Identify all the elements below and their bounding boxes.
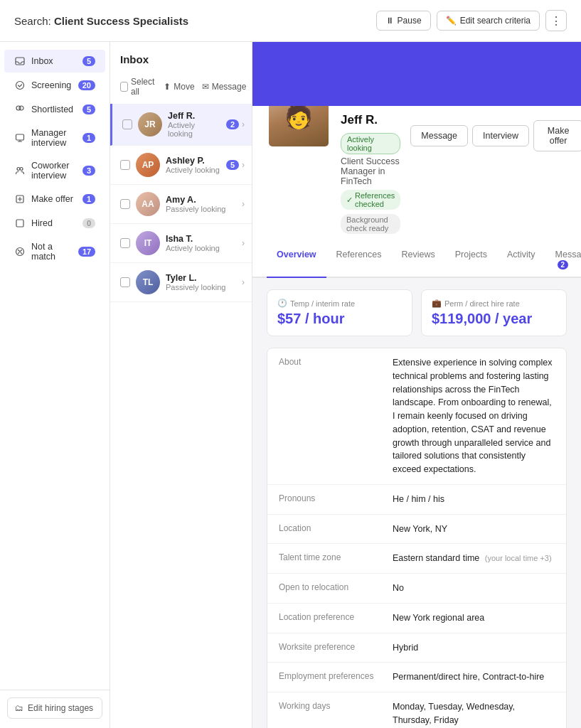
more-options-button[interactable]: ⋮ bbox=[545, 10, 567, 31]
svg-point-5 bbox=[17, 168, 20, 171]
app-header: Search: Client Success Specialists ⏸ Pau… bbox=[0, 0, 581, 42]
nav-item-coworker-interview[interactable]: Coworker interview 3 bbox=[4, 155, 105, 186]
nav-item-screening[interactable]: Screening 20 bbox=[4, 74, 105, 97]
avatar: JR bbox=[138, 112, 162, 136]
tab-references[interactable]: References bbox=[326, 242, 392, 278]
inbox-panel: Inbox Select all ⬆ Move ✉ Message JR Jef… bbox=[110, 42, 252, 728]
svg-point-1 bbox=[16, 82, 24, 90]
inbox-checkbox[interactable] bbox=[120, 199, 130, 209]
message-toolbar-button[interactable]: ✉ Message bbox=[202, 82, 247, 92]
inbox-meta: 5 › bbox=[226, 160, 245, 170]
profile-area: 🧑 Jeff R. Actively looking Client Succes… bbox=[252, 106, 581, 242]
coworker-icon bbox=[14, 165, 26, 176]
select-all-checkbox[interactable] bbox=[120, 82, 128, 92]
svg-point-3 bbox=[19, 106, 23, 110]
chevron-right-icon: › bbox=[242, 119, 245, 129]
perm-rate-card: 💼 Perm / direct hire rate $119,000 / yea… bbox=[421, 289, 567, 336]
inbox-list: JR Jeff R. Actively looking 2 › AP Ashle… bbox=[110, 104, 252, 302]
field-location-pref: Location preference New York regional ar… bbox=[267, 604, 566, 633]
offer-icon bbox=[14, 193, 26, 205]
pause-icon: ⏸ bbox=[385, 16, 394, 26]
checkmark-icon: ✓ bbox=[346, 196, 353, 205]
profile-tags: ✓ References checked Background check re… bbox=[341, 190, 400, 234]
screening-icon bbox=[14, 80, 26, 91]
chevron-right-icon: › bbox=[242, 160, 245, 170]
temp-rate-label: 🕐 Temp / interim rate bbox=[277, 299, 402, 308]
edit-hiring-stages-button[interactable]: 🗂 Edit hiring stages bbox=[7, 697, 102, 719]
page-title: Search: Client Success Specialists bbox=[14, 15, 188, 27]
chevron-right-icon: › bbox=[242, 277, 245, 287]
inbox-meta: 2 › bbox=[226, 119, 245, 129]
field-worksite-pref: Worksite preference Hybrid bbox=[267, 633, 566, 663]
field-about: About Extensive experience in solving co… bbox=[267, 348, 566, 485]
inbox-list-item[interactable]: AP Ashley P. Actively looking 5 › bbox=[110, 146, 252, 185]
profile-name-row: Jeff R. Actively looking bbox=[341, 113, 400, 154]
move-button[interactable]: ⬆ Move bbox=[164, 82, 194, 92]
chevron-right-icon: › bbox=[242, 199, 245, 209]
shortlist-icon bbox=[14, 104, 26, 115]
nav-item-make-offer[interactable]: Make offer 1 bbox=[4, 188, 105, 210]
interview-button[interactable]: Interview bbox=[472, 125, 529, 146]
not-a-match-icon bbox=[14, 246, 26, 257]
tab-reviews[interactable]: Reviews bbox=[392, 242, 445, 278]
inbox-list-item[interactable]: TL Tyler L. Passively looking › bbox=[110, 263, 252, 302]
message-button[interactable]: Message bbox=[410, 125, 468, 146]
temp-rate-value: $57 / hour bbox=[277, 311, 402, 327]
left-nav: Inbox 5 Screening 20 Shortlisted 5 bbox=[0, 42, 110, 728]
pause-button[interactable]: ⏸ Pause bbox=[376, 11, 431, 31]
inbox-candidate-info: Jeff R. Actively looking bbox=[168, 111, 220, 138]
inbox-panel-title: Inbox bbox=[110, 42, 252, 73]
profile-fields: About Extensive experience in solving co… bbox=[267, 348, 567, 728]
message-icon: ✉ bbox=[202, 82, 209, 92]
inbox-list-item[interactable]: AA Amy A. Passively looking › bbox=[110, 185, 252, 224]
nav-footer: 🗂 Edit hiring stages bbox=[0, 690, 110, 726]
inbox-meta: › bbox=[242, 199, 245, 209]
nav-item-shortlisted[interactable]: Shortlisted 5 bbox=[4, 98, 105, 121]
nav-item-manager-interview[interactable]: Manager interview 1 bbox=[4, 122, 105, 154]
inbox-candidate-info: Tyler L. Passively looking bbox=[166, 273, 236, 291]
field-employment-pref: Employment preferences Permanent/direct … bbox=[267, 663, 566, 692]
perm-rate-value: $119,000 / year bbox=[432, 311, 556, 327]
inbox-list-item[interactable]: JR Jeff R. Actively looking 2 › bbox=[110, 104, 252, 146]
tab-activity[interactable]: Activity bbox=[497, 242, 545, 278]
nav-item-hired[interactable]: Hired 0 bbox=[4, 212, 105, 235]
rate-cards: 🕐 Temp / interim rate $57 / hour 💼 Perm … bbox=[267, 289, 567, 336]
svg-rect-8 bbox=[16, 220, 23, 227]
avatar: AA bbox=[136, 192, 160, 216]
tab-projects[interactable]: Projects bbox=[445, 242, 497, 278]
hired-icon bbox=[14, 218, 26, 229]
detail-content: 🕐 Temp / interim rate $57 / hour 💼 Perm … bbox=[252, 278, 581, 728]
inbox-checkbox[interactable] bbox=[120, 277, 130, 287]
edit-search-button[interactable]: ✏️ Edit search criteria bbox=[437, 11, 540, 31]
inbox-icon bbox=[14, 55, 26, 67]
nav-item-inbox[interactable]: Inbox 5 bbox=[4, 50, 105, 73]
ellipsis-icon: ⋮ bbox=[550, 14, 562, 28]
field-working-days: Working days Monday, Tuesday, Wednesday,… bbox=[267, 692, 566, 728]
header-actions: ⏸ Pause ✏️ Edit search criteria ⋮ bbox=[376, 10, 567, 31]
inbox-candidate-info: Isha T. Actively looking bbox=[166, 234, 236, 252]
make-offer-button[interactable]: Make offer bbox=[533, 120, 581, 151]
profile-top: 🧑 Jeff R. Actively looking Client Succes… bbox=[267, 106, 567, 242]
edit-icon: ✏️ bbox=[446, 16, 457, 26]
detail-tabs: Overview References Reviews Projects Act… bbox=[252, 242, 581, 278]
tab-overview[interactable]: Overview bbox=[267, 242, 326, 278]
edit-stages-icon: 🗂 bbox=[15, 703, 23, 713]
tab-messages[interactable]: Messages 2 bbox=[545, 242, 581, 278]
inbox-meta: › bbox=[242, 238, 245, 248]
inbox-checkbox[interactable] bbox=[122, 119, 132, 129]
select-all-control[interactable]: Select all bbox=[120, 77, 156, 97]
nav-item-not-a-match[interactable]: Not a match 17 bbox=[4, 236, 105, 267]
field-relocation: Open to relocation No bbox=[267, 574, 566, 604]
inbox-toolbar: Select all ⬆ Move ✉ Message bbox=[110, 73, 252, 104]
inbox-checkbox[interactable] bbox=[120, 160, 130, 170]
inbox-list-item[interactable]: IT Isha T. Actively looking › bbox=[110, 224, 252, 263]
move-icon: ⬆ bbox=[164, 82, 171, 92]
main-layout: Inbox 5 Screening 20 Shortlisted 5 bbox=[0, 42, 581, 728]
manager-interview-icon bbox=[14, 132, 26, 144]
chevron-right-icon: › bbox=[242, 238, 245, 248]
svg-rect-4 bbox=[16, 134, 24, 140]
background-check-badge: Background check ready bbox=[341, 214, 400, 234]
profile-actions: Message Interview Make offer ⋮ bbox=[410, 113, 581, 151]
clock-icon: 🕐 bbox=[277, 299, 287, 308]
inbox-checkbox[interactable] bbox=[120, 238, 130, 248]
